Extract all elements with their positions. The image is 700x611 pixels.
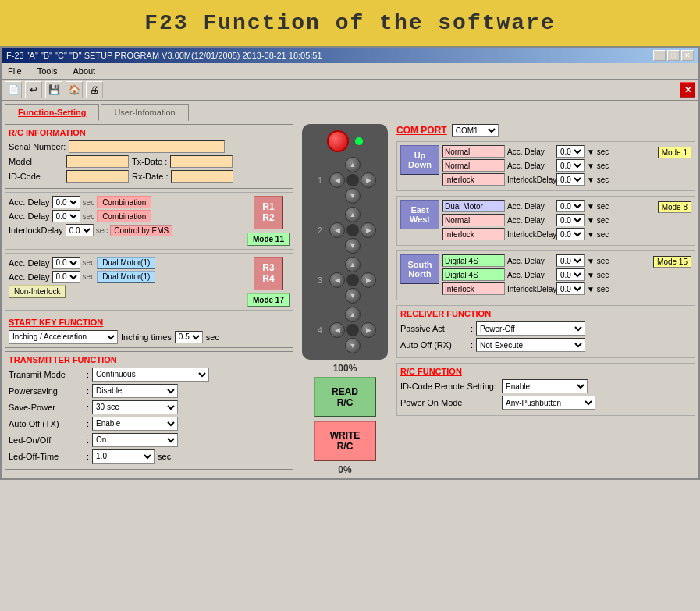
acc-delay-select-2[interactable]: 0.0 bbox=[52, 210, 80, 222]
percent-bottom: 0% bbox=[338, 464, 351, 475]
print-button[interactable]: 🖨 bbox=[86, 81, 103, 98]
read-rc-button[interactable]: READR/C bbox=[314, 377, 376, 417]
com-port-select[interactable]: COM1 bbox=[452, 124, 499, 137]
power-on-mode-select[interactable]: Any-Pushbutton bbox=[502, 396, 595, 410]
passive-act-select[interactable]: Power-Off bbox=[476, 321, 585, 336]
led-off-time-select[interactable]: 1.0 bbox=[92, 449, 155, 464]
south-north-acc-label-1: Acc. Delay bbox=[507, 271, 554, 279]
east-west-button[interactable]: EastWest bbox=[400, 200, 439, 229]
south-north-row-0: Digital 4S Acc. Delay 0.0 ▼ sec bbox=[442, 254, 650, 267]
rc-button-row-4: 4 ▲ ◀ ▶ ▼ bbox=[314, 307, 376, 353]
rc-arrows-1: ▲ ◀ ▶ ▼ bbox=[329, 157, 376, 204]
close-red-button[interactable]: ✕ bbox=[680, 82, 695, 98]
east-west-type-0: Dual Motor bbox=[442, 200, 505, 212]
led-onoff-select[interactable]: On bbox=[92, 433, 178, 447]
rc-arrow-up-2: ▲ bbox=[345, 207, 361, 222]
rc-num-1: 1 bbox=[314, 176, 326, 185]
rc-arrow-left-1: ◀ bbox=[329, 172, 345, 188]
rc-center-2 bbox=[346, 224, 359, 236]
dual-motor-btn-1[interactable]: Dual Motor(1) bbox=[97, 257, 155, 269]
minimize-button[interactable]: _ bbox=[653, 50, 666, 61]
id-code-remote-select[interactable]: Enable bbox=[502, 379, 588, 393]
acc-label-5: Acc. Delay bbox=[9, 272, 50, 282]
rc-arrow-down-4: ▼ bbox=[345, 338, 361, 353]
mode11-button[interactable]: Mode 11 bbox=[247, 233, 290, 246]
transmit-mode-select[interactable]: Continuous bbox=[92, 368, 209, 382]
menu-tools[interactable]: Tools bbox=[34, 65, 61, 77]
combination-btn-1[interactable]: Combination bbox=[97, 196, 151, 208]
idcode-input[interactable] bbox=[66, 170, 129, 183]
tab-user-infomation[interactable]: User-Infomation bbox=[101, 104, 188, 121]
powersaving-select[interactable]: Disable bbox=[92, 384, 178, 398]
save-power-select[interactable]: 30 sec bbox=[92, 400, 178, 414]
acc-delay-select-4[interactable]: 0.0 bbox=[52, 271, 80, 283]
menu-bar: File Tools About bbox=[2, 63, 698, 80]
right-panel: COM PORT COM1 UpDown Normal Acc. Delay 0… bbox=[396, 124, 695, 475]
percent-top: 100% bbox=[333, 363, 357, 374]
tx-row-3: Auto Off (TX) : Enable bbox=[9, 417, 290, 431]
south-north-val-select-1[interactable]: 0.0 bbox=[556, 268, 585, 281]
south-north-sec-2: ▼ sec bbox=[587, 285, 609, 293]
inching-times-select[interactable]: 0.5 bbox=[175, 331, 203, 343]
auto-off-rx-select[interactable]: Not-Execute bbox=[476, 338, 585, 352]
save-button[interactable]: 💾 bbox=[45, 81, 62, 98]
home-button[interactable]: 🏠 bbox=[66, 81, 83, 98]
rc-arrow-down-3: ▼ bbox=[345, 288, 361, 304]
tx-label-0: Transmit Mode bbox=[9, 370, 87, 379]
new-button[interactable]: 📄 bbox=[5, 81, 22, 98]
toolbar: 📄 ↩ 💾 🏠 🖨 ✕ bbox=[2, 80, 698, 101]
interlock-delay-select-1[interactable]: 0.0 bbox=[66, 224, 94, 236]
serial-number-input[interactable] bbox=[69, 140, 225, 153]
rc-arrows-2: ▲ ◀ ▶ ▼ bbox=[329, 207, 376, 254]
tx-label-1: Powersaving bbox=[9, 386, 87, 396]
up-down-val-select-1[interactable]: 0.0 bbox=[556, 159, 585, 172]
south-north-val-select-0[interactable]: 0.0 bbox=[556, 254, 585, 267]
east-west-val-select-2[interactable]: 0.0 bbox=[556, 228, 585, 240]
menu-about[interactable]: About bbox=[69, 65, 98, 77]
up-down-val-select-2[interactable]: 0.0 bbox=[556, 173, 585, 186]
up-down-button[interactable]: UpDown bbox=[400, 145, 439, 175]
acc-row-2: Acc. Delay 0.0 sec Combination bbox=[9, 210, 244, 222]
maximize-button[interactable]: □ bbox=[667, 50, 680, 61]
serial-number-label: Serial Number: bbox=[9, 142, 66, 151]
rc-button-row-3: 3 ▲ ◀ ▶ ▼ bbox=[314, 257, 376, 304]
back-button[interactable]: ↩ bbox=[25, 81, 42, 98]
r3-r4-button[interactable]: R3R4 bbox=[254, 257, 282, 290]
rc-arrow-right-1: ▶ bbox=[361, 172, 376, 188]
rc-information-section: R/C INFORMATION Serial Number: Model Tx-… bbox=[5, 124, 293, 189]
rc-arrow-up-1: ▲ bbox=[345, 157, 361, 172]
acc-delay-select-1[interactable]: 0.0 bbox=[52, 196, 80, 208]
control-ems-btn[interactable]: Control by EMS bbox=[110, 225, 172, 236]
auto-off-tx-select[interactable]: Enable bbox=[92, 417, 178, 431]
tab-function-setting[interactable]: Function-Setting bbox=[5, 104, 99, 121]
rx-date-input[interactable] bbox=[171, 170, 233, 183]
tx-label-2: Save-Power bbox=[9, 403, 87, 412]
start-key-type-select[interactable]: Inching / Acceleration bbox=[9, 330, 118, 344]
inching-times-label: Inching times bbox=[121, 332, 172, 342]
tx-label-5: Led-Off-Time bbox=[9, 452, 87, 461]
combination-btn-2[interactable]: Combination bbox=[97, 210, 151, 222]
r1-r2-button[interactable]: R1R2 bbox=[254, 196, 282, 229]
up-down-mode-label: Mode 1 bbox=[658, 147, 691, 158]
up-down-val-select-0[interactable]: 0.0 bbox=[556, 145, 585, 158]
tx-date-label: Tx-Date : bbox=[132, 157, 167, 166]
sec-label-1: sec bbox=[83, 198, 95, 207]
close-button[interactable]: ✕ bbox=[681, 50, 694, 61]
rc-info-title: R/C INFORMATION bbox=[9, 128, 290, 137]
east-west-acc-label-0: Acc. Delay bbox=[507, 202, 554, 211]
non-interlock-btn[interactable]: Non-Interlock bbox=[9, 285, 66, 298]
tx-date-input[interactable] bbox=[170, 155, 233, 168]
rc-arrow-up-4: ▲ bbox=[345, 307, 361, 322]
south-north-button[interactable]: SouthNorth bbox=[400, 254, 439, 284]
write-rc-button[interactable]: WRITER/C bbox=[314, 421, 376, 461]
east-west-val-select-0[interactable]: 0.0 bbox=[556, 200, 585, 212]
east-west-val-select-1[interactable]: 0.0 bbox=[556, 214, 585, 226]
dual-motor-btn-2[interactable]: Dual Motor(1) bbox=[97, 271, 155, 283]
acc-label-2: Acc. Delay bbox=[9, 211, 50, 221]
model-input[interactable] bbox=[66, 155, 129, 168]
mode17-button[interactable]: Mode 17 bbox=[247, 293, 290, 307]
menu-file[interactable]: File bbox=[5, 65, 25, 77]
acc-delay-select-3[interactable]: 0.0 bbox=[52, 257, 80, 269]
south-north-row-1: Digital 4S Acc. Delay 0.0 ▼ sec bbox=[442, 268, 650, 281]
south-north-val-select-2[interactable]: 0.0 bbox=[556, 282, 585, 295]
